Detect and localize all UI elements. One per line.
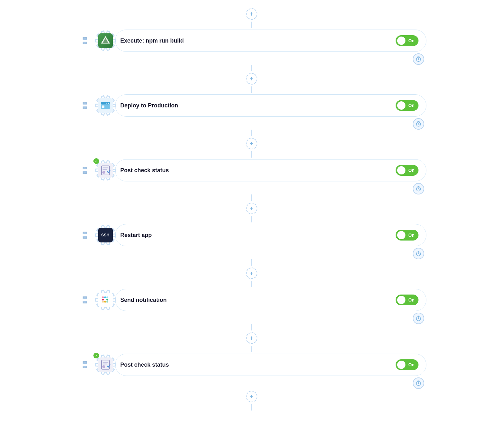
connector-line <box>251 151 252 158</box>
add-step-button[interactable]: + <box>246 203 257 214</box>
step-card[interactable]: Post check statusOn <box>115 159 426 181</box>
svg-rect-38 <box>104 301 106 303</box>
toggle-switch[interactable]: On <box>396 359 418 370</box>
svg-rect-17 <box>101 166 109 175</box>
toggle-label: On <box>408 297 414 302</box>
timer-wrap <box>411 118 426 130</box>
toggle-wrap: On <box>396 295 418 305</box>
toggle-knob <box>397 361 405 369</box>
connector-line <box>251 22 252 28</box>
step-icon-wrap <box>93 28 118 53</box>
step-card[interactable]: Send notificationOn <box>115 289 426 311</box>
timer-icon[interactable] <box>413 183 424 194</box>
svg-rect-19 <box>103 167 108 168</box>
svg-rect-47 <box>103 362 108 363</box>
timer-wrap <box>411 53 426 65</box>
connector-line <box>251 404 252 411</box>
timer-row <box>77 183 426 194</box>
svg-rect-37 <box>106 301 108 303</box>
connector-line <box>251 281 252 287</box>
step-icon-wrap <box>93 287 118 313</box>
toggle-label: On <box>408 233 414 238</box>
step-row: Execute: npm run buildOn <box>77 28 426 53</box>
step-label: Post check status <box>120 167 396 174</box>
toggle-wrap: On <box>396 359 418 370</box>
connector-line <box>251 259 252 266</box>
step-label: Deploy to Production <box>120 102 396 109</box>
add-step-button[interactable]: + <box>246 268 257 279</box>
toggle-wrap: On <box>396 230 418 241</box>
toggle-label: On <box>408 168 414 173</box>
drag-handle[interactable] <box>77 296 93 303</box>
timer-icon[interactable] <box>413 248 424 259</box>
step-row: ✓ Post check statusOn <box>77 352 426 377</box>
add-connector: + <box>246 194 257 222</box>
timer-row <box>77 313 426 324</box>
timer-row <box>77 248 426 259</box>
timer-wrap <box>411 248 426 259</box>
svg-rect-35 <box>106 296 108 298</box>
toggle-switch[interactable]: On <box>396 100 418 111</box>
toggle-wrap: On <box>396 165 418 176</box>
check-badge: ✓ <box>93 353 99 358</box>
connector-line <box>251 86 252 93</box>
step-icon-wrap <box>93 93 118 118</box>
svg-rect-48 <box>103 363 107 364</box>
drag-handle[interactable] <box>77 167 93 174</box>
timer-icon[interactable] <box>413 313 424 324</box>
svg-rect-39 <box>102 301 104 303</box>
svg-point-11 <box>106 103 107 104</box>
svg-rect-36 <box>106 299 108 301</box>
step-card[interactable]: Deploy to ProductionOn <box>115 94 426 117</box>
toggle-knob <box>397 231 405 239</box>
svg-line-24 <box>418 189 419 190</box>
toggle-switch[interactable]: On <box>396 165 418 176</box>
connector-line <box>251 324 252 330</box>
add-connector: + <box>246 389 257 411</box>
toggle-wrap: On <box>396 100 418 111</box>
svg-rect-34 <box>104 296 106 298</box>
svg-line-29 <box>418 254 419 255</box>
timer-icon[interactable] <box>413 118 424 130</box>
step-label: Restart app <box>120 232 396 239</box>
svg-rect-9 <box>102 105 104 108</box>
svg-rect-45 <box>101 360 109 370</box>
toggle-switch[interactable]: On <box>396 295 418 305</box>
toggle-label: On <box>408 103 414 108</box>
toggle-switch[interactable]: On <box>396 230 418 241</box>
step-card[interactable]: Post check statusOn <box>115 354 426 376</box>
add-step-button[interactable]: + <box>246 138 257 149</box>
step-row: ✓ Post check statusOn <box>77 158 426 183</box>
svg-line-4 <box>418 59 419 60</box>
drag-handle[interactable] <box>77 361 93 368</box>
svg-point-21 <box>102 171 105 174</box>
toggle-knob <box>397 37 405 45</box>
svg-line-42 <box>418 319 419 319</box>
drag-handle[interactable] <box>77 37 93 44</box>
toggle-wrap: On <box>396 35 418 46</box>
add-step-button[interactable]: + <box>246 332 257 344</box>
step-icon-wrap: ✓ <box>93 158 118 183</box>
add-step-button[interactable]: + <box>246 391 257 402</box>
step-label: Post check status <box>120 362 396 368</box>
add-step-button[interactable]: + <box>246 8 257 20</box>
toggle-label: On <box>408 38 414 43</box>
timer-wrap <box>411 183 426 194</box>
toggle-knob <box>397 101 405 110</box>
toggle-switch[interactable]: On <box>396 35 418 46</box>
svg-rect-20 <box>103 169 107 170</box>
timer-icon[interactable] <box>413 53 424 65</box>
step-card[interactable]: Restart appOn <box>115 224 426 246</box>
svg-point-49 <box>102 365 105 368</box>
drag-handle[interactable] <box>77 232 93 239</box>
connector-line <box>251 346 252 352</box>
drag-handle[interactable] <box>77 102 93 109</box>
step-card[interactable]: Execute: npm run buildOn <box>115 30 426 52</box>
svg-line-14 <box>418 124 419 125</box>
add-connector: + <box>246 65 257 93</box>
svg-rect-32 <box>102 299 104 301</box>
timer-wrap <box>411 313 426 324</box>
timer-icon[interactable] <box>413 377 424 389</box>
add-step-button[interactable]: + <box>246 73 257 85</box>
step-icon-wrap: ✓ <box>93 352 118 377</box>
